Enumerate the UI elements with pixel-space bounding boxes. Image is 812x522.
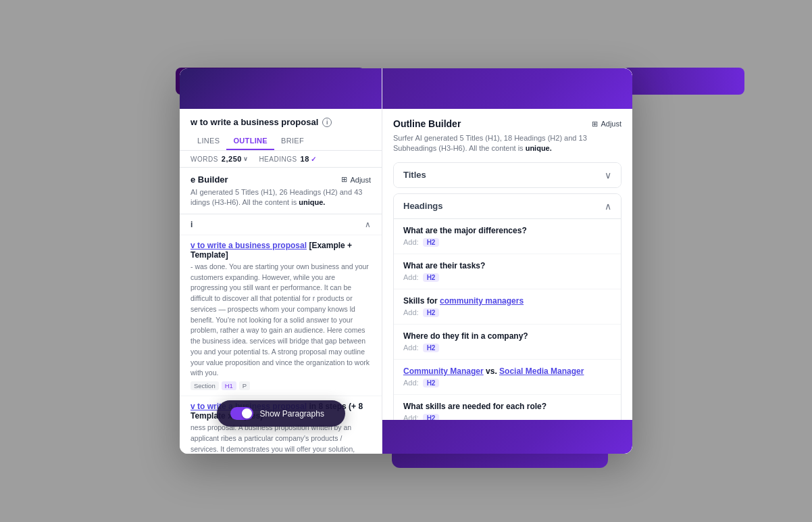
stat-words: WORDS 2,250 ∨ [191, 155, 248, 163]
show-paragraphs-label: Show Paragraphs [260, 409, 324, 419]
h2-badge-1[interactable]: H2 [423, 273, 440, 282]
adjust-label: Adjust [350, 176, 371, 184]
right-section-headings: Headings ∧ What are the major difference… [393, 193, 621, 420]
decorative-bar-right-top [623, 68, 744, 95]
words-chevron: ∨ [243, 156, 249, 162]
right-section-titles: Titles ∨ [393, 162, 621, 188]
left-top-bar [180, 68, 382, 109]
right-section-headings-header[interactable]: Headings ∧ [394, 194, 621, 219]
left-item-link-0[interactable]: v to write a business proposal [191, 241, 307, 250]
section-label-i: i [191, 220, 193, 229]
left-header: w to write a business proposal i LINES O… [180, 109, 382, 151]
info-icon[interactable]: i [322, 118, 332, 127]
heading-title-1: What are their tasks? [403, 261, 611, 270]
left-item-title-0: v to write a business proposal [Example … [191, 241, 371, 260]
community-managers-link[interactable]: community managers [440, 296, 524, 306]
community-manager-link[interactable]: Community Manager [403, 366, 484, 376]
right-adjust-icon: ⊞ [592, 120, 598, 128]
h2-badge-5[interactable]: H2 [423, 414, 440, 420]
left-item-body-1: ness proposal: A business proposition wr… [191, 423, 371, 454]
right-unique-label: unique. [526, 144, 552, 152]
main-container: w to write a business proposal i LINES O… [0, 0, 812, 522]
tab-outline[interactable]: OUTLINE [226, 133, 274, 150]
tab-brief[interactable]: BRIEF [274, 133, 311, 150]
heading-add-row-0: Add: H2 [403, 238, 611, 247]
left-adjust-button[interactable]: ⊞ Adjust [341, 175, 371, 184]
show-paragraphs-overlay: Show Paragraphs [217, 400, 345, 427]
titles-chevron: ∨ [605, 170, 611, 181]
h2-badge-2[interactable]: H2 [423, 308, 440, 317]
tag-h1-0: H1 [222, 381, 236, 390]
left-outline-builder: e Builder ⊞ Adjust AI generated 5 Titles… [180, 168, 382, 214]
right-panel: Outline Builder ⊞ Adjust Surfer AI gener… [382, 68, 632, 454]
heading-add-row-3: Add: H2 [403, 343, 611, 352]
stat-headings: HEADINGS 18 ✓ [259, 155, 316, 163]
right-section-titles-header[interactable]: Titles ∨ [394, 163, 621, 187]
heading-title-0: What are the major differences? [403, 226, 611, 235]
heading-item-0: What are the major differences? Add: H2 [394, 219, 621, 254]
heading-add-row-2: Add: H2 [403, 308, 611, 317]
add-label-5: Add: [403, 414, 419, 420]
h2-badge-0[interactable]: H2 [423, 238, 440, 247]
add-label-4: Add: [403, 379, 419, 387]
heading-item-4: Community Manager vs. Social Media Manag… [394, 360, 621, 395]
tab-bar: LINES OUTLINE BRIEF [191, 133, 371, 150]
words-value: 2,250 ∨ [222, 155, 249, 163]
add-label-0: Add: [403, 238, 419, 246]
show-paragraphs-toggle[interactable] [230, 407, 253, 420]
heading-title-3: Where do they fit in a company? [403, 331, 611, 341]
headings-chevron: ∧ [605, 201, 611, 212]
social-media-manager-link[interactable]: Social Media Manager [499, 366, 584, 376]
left-panel: w to write a business proposal i LINES O… [180, 68, 382, 454]
left-content-item-0: v to write a business proposal [Example … [180, 235, 382, 396]
stats-row: WORDS 2,250 ∨ HEADINGS 18 ✓ [180, 151, 382, 168]
page-title-text: w to write a business proposal [191, 117, 318, 127]
headings-label: HEADINGS [259, 156, 297, 163]
heading-item-1: What are their tasks? Add: H2 [394, 254, 621, 289]
right-title: Outline Builder [393, 118, 461, 129]
heading-title-5: What skills are needed for each role? [403, 402, 611, 411]
heading-title-2: Skills for community managers [403, 296, 611, 306]
section-chevron-up: ∧ [365, 220, 371, 229]
add-label-1: Add: [403, 273, 419, 281]
tag-p-0: P [239, 381, 250, 390]
tag-section-0: Section [191, 381, 219, 390]
tab-lines[interactable]: LINES [191, 133, 226, 150]
heading-item-5: What skills are needed for each role? Ad… [394, 395, 621, 420]
headings-value: 18 ✓ [301, 155, 317, 163]
outline-builder-header: e Builder ⊞ Adjust [191, 174, 371, 185]
right-content: Outline Builder ⊞ Adjust Surfer AI gener… [382, 109, 632, 420]
add-label-3: Add: [403, 343, 419, 352]
heading-add-row-4: Add: H2 [403, 379, 611, 387]
outline-builder-desc: AI generated 5 Titles (H1), 26 Headings … [191, 187, 371, 208]
heading-item-3: Where do they fit in a company? Add: H2 [394, 325, 621, 360]
page-title: w to write a business proposal i [191, 117, 371, 127]
headings-check: ✓ [311, 156, 317, 163]
right-header: Outline Builder ⊞ Adjust [393, 118, 621, 129]
outline-builder-title: e Builder [191, 174, 228, 185]
h2-badge-3[interactable]: H2 [423, 343, 440, 352]
heading-item-2: Skills for community managers Add: H2 [394, 289, 621, 325]
left-section-header[interactable]: i ∧ [180, 214, 382, 235]
right-section-titles-label: Titles [403, 170, 426, 180]
right-top-bar [382, 68, 632, 109]
toggle-knob [242, 408, 252, 419]
words-label: WORDS [191, 156, 218, 163]
left-item-tags-0: Section H1 P [191, 381, 371, 390]
adjust-icon: ⊞ [341, 175, 347, 184]
heading-title-4: Community Manager vs. Social Media Manag… [403, 366, 611, 376]
heading-add-row-5: Add: H2 [403, 414, 611, 420]
heading-add-row-1: Add: H2 [403, 273, 611, 282]
right-adjust-button[interactable]: ⊞ Adjust [592, 120, 621, 128]
unique-label: unique. [299, 198, 325, 206]
right-section-headings-label: Headings [403, 201, 443, 211]
right-desc: Surfer AI generated 5 Titles (H1), 18 He… [393, 133, 621, 154]
left-item-body-0: - was done. You are starting your own bu… [191, 262, 371, 379]
right-bottom-bar [382, 420, 632, 454]
right-adjust-label: Adjust [601, 120, 621, 128]
h2-badge-4[interactable]: H2 [423, 379, 440, 387]
app-window: w to write a business proposal i LINES O… [180, 68, 632, 454]
add-label-2: Add: [403, 308, 419, 316]
